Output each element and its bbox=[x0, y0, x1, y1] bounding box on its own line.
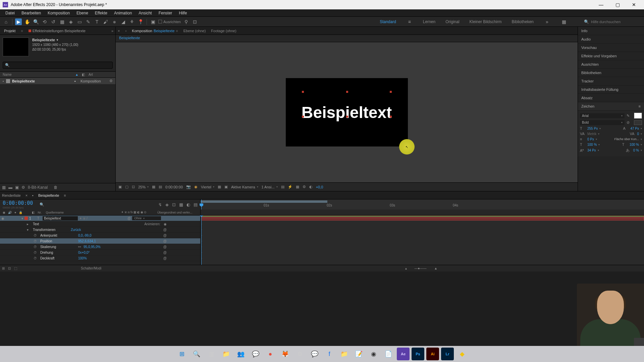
explorer-icon[interactable]: 📁 bbox=[220, 348, 232, 360]
views-dropdown[interactable]: 1 Ansi... bbox=[262, 185, 278, 189]
current-timecode[interactable]: 0:00:00:00 bbox=[3, 200, 33, 206]
prop-group-transform[interactable]: ▾ Transformieren Zurück @ bbox=[0, 227, 200, 233]
switches-modes-label[interactable]: Schalter/Modi bbox=[81, 266, 101, 270]
viewer-close-icon[interactable]: × bbox=[118, 29, 120, 33]
project-item[interactable]: ▪ Beispieltexte ▪ Komposition ⚙ bbox=[0, 78, 115, 84]
playhead[interactable] bbox=[201, 199, 202, 209]
toggle-inout-icon[interactable]: ⬚ bbox=[14, 266, 17, 270]
stroke-mode-dropdown[interactable]: Fläche über Kon... bbox=[614, 137, 642, 141]
camera-dropdown[interactable]: Aktive Kamera bbox=[231, 185, 258, 189]
viewer-timecode[interactable]: 0:00:00:00 bbox=[165, 185, 183, 189]
layer-name[interactable]: Beispieltext bbox=[43, 216, 78, 221]
solo-icon[interactable]: ● bbox=[14, 211, 16, 214]
zoom-dropdown[interactable]: 25% bbox=[138, 185, 149, 189]
col-type[interactable]: Art bbox=[86, 73, 113, 76]
comp-name-label[interactable]: Beispieltexte ▼ bbox=[32, 38, 78, 43]
facebook-icon[interactable]: f bbox=[323, 348, 336, 360]
prop-group-text[interactable]: ▸ Text Animieren:◉ bbox=[0, 221, 200, 227]
fill-color-swatch[interactable] bbox=[634, 113, 642, 119]
brush-tool[interactable]: 🖌 bbox=[102, 18, 109, 25]
minimize-button[interactable]: — bbox=[596, 2, 606, 7]
grid-icon[interactable]: ▦ bbox=[152, 185, 155, 189]
canvas[interactable]: Beispieltext bbox=[286, 78, 408, 146]
panel-absatz[interactable]: Absatz bbox=[578, 94, 644, 102]
panel-vorschau[interactable]: Vorschau bbox=[578, 44, 644, 52]
eyedropper-icon[interactable]: ✎ bbox=[627, 114, 632, 118]
resolution-dropdown[interactable]: Viertel bbox=[201, 185, 214, 189]
expression-icon[interactable]: @ bbox=[163, 251, 167, 254]
panel-menu-icon[interactable]: ≡ bbox=[639, 104, 641, 108]
3d-icon[interactable]: ▣ bbox=[224, 185, 228, 189]
leading-field[interactable]: 47 Px bbox=[630, 127, 642, 130]
whatsapp-icon[interactable]: 💬 bbox=[249, 348, 262, 360]
guides-icon[interactable]: ▤ bbox=[159, 185, 162, 189]
stopwatch-icon[interactable]: ⏱ bbox=[34, 245, 38, 249]
zoom-slider[interactable]: —●—— bbox=[415, 266, 427, 270]
roi-icon[interactable]: ⊡ bbox=[132, 185, 135, 189]
firefox-icon[interactable]: 🦊 bbox=[279, 348, 291, 360]
panel-ausrichten[interactable]: Ausrichten bbox=[578, 60, 644, 69]
task-view-icon[interactable]: ▥ bbox=[205, 348, 218, 360]
start-button[interactable]: ⊞ bbox=[175, 348, 188, 360]
lock-icon[interactable]: 🔒 bbox=[19, 211, 22, 214]
camera-tool[interactable]: ▦ bbox=[59, 18, 65, 25]
timeline-track-area[interactable] bbox=[201, 216, 644, 265]
pixel-aspect-icon[interactable]: ▤ bbox=[281, 185, 284, 189]
graph-editor-icon[interactable]: ▤ bbox=[194, 202, 198, 207]
kerning-field[interactable]: Metrik bbox=[587, 132, 599, 136]
menu-ansicht[interactable]: Ansicht bbox=[135, 10, 155, 16]
panel-effekte[interactable]: Effekte und Vorgaben bbox=[578, 52, 644, 60]
project-search[interactable]: 🔍 bbox=[3, 62, 113, 69]
panel-menu-icon[interactable]: ≡ bbox=[21, 29, 23, 33]
clone-tool[interactable]: ⎈ bbox=[111, 18, 118, 25]
tab-ebene[interactable]: Ebene (ohne) bbox=[183, 29, 206, 33]
expression-icon[interactable]: @ bbox=[163, 228, 167, 232]
workspace-original[interactable]: Original bbox=[445, 19, 459, 24]
transparency-icon[interactable]: ▦ bbox=[218, 185, 221, 189]
workspace-overflow-icon[interactable]: » bbox=[544, 18, 550, 25]
pickwhip-icon[interactable]: @ bbox=[127, 217, 131, 220]
panel-tracker[interactable]: Tracker bbox=[578, 77, 644, 85]
windows-taskbar[interactable]: ⊞ 🔍 ▥ 📁 👥 💬 ● 🦊 ⚙ 💬 f 📁 📝 ◉ 📄 Ae Ps Ai L… bbox=[0, 346, 644, 362]
twirl-icon[interactable]: ▾ bbox=[21, 217, 23, 220]
tab-footage[interactable]: Footage (ohne) bbox=[211, 29, 236, 33]
new-comp-icon[interactable]: ▣ bbox=[15, 185, 19, 190]
timeline-search-icon[interactable]: 🔍 bbox=[40, 202, 44, 207]
stroke-color-swatch[interactable] bbox=[634, 120, 642, 125]
workspace-lernen[interactable]: Lernen bbox=[423, 19, 435, 24]
twirl-icon[interactable]: ▪ bbox=[3, 79, 4, 83]
expression-icon[interactable]: @ bbox=[163, 234, 167, 237]
snap-options-icon[interactable]: ⚲ bbox=[183, 18, 190, 25]
prop-value[interactable]: 100% bbox=[78, 256, 87, 260]
fast-preview-icon[interactable]: ⚡ bbox=[288, 185, 292, 189]
menu-fenster[interactable]: Fenster bbox=[155, 10, 176, 16]
prop-value[interactable]: 95,0,95,0% bbox=[84, 245, 101, 249]
orbit-tool[interactable]: ⟲ bbox=[41, 18, 48, 25]
time-ruler[interactable]: 01s 02s 03s 04s bbox=[201, 199, 644, 209]
prop-position[interactable]: ⏱ Position 952,6,634,1 @ bbox=[0, 238, 200, 244]
zoom-in-icon[interactable]: ▲ bbox=[434, 266, 437, 270]
app-icon-yellow[interactable]: ◆ bbox=[456, 348, 469, 360]
selection-handle[interactable] bbox=[390, 91, 392, 93]
comp-mini-flowchart-icon[interactable]: ↯ bbox=[158, 202, 162, 207]
menu-ebene[interactable]: Ebene bbox=[73, 10, 92, 16]
roto-tool[interactable]: ⚘ bbox=[128, 18, 135, 25]
shy-icon[interactable]: ⊡ bbox=[172, 202, 176, 207]
stopwatch-icon[interactable]: ⏱ bbox=[34, 239, 38, 243]
teams-icon[interactable]: 👥 bbox=[234, 348, 247, 360]
flowchart-icon[interactable]: ⚙ bbox=[109, 79, 113, 83]
av-toggle-icon[interactable]: ◉ bbox=[3, 211, 5, 214]
bit-depth-label[interactable]: 8-Bit-Kanal bbox=[28, 185, 48, 190]
toggle-switches-icon[interactable]: ⊞ bbox=[2, 266, 5, 270]
tab-comp-icon[interactable]: ▪ bbox=[32, 193, 34, 197]
prop-drehung[interactable]: ⏱ Drehung 0x+0,0° @ bbox=[0, 250, 200, 255]
shape-tool[interactable]: ▭ bbox=[76, 18, 83, 25]
selection-handle[interactable] bbox=[390, 116, 392, 118]
visibility-toggle[interactable]: ◉ bbox=[1, 217, 5, 220]
selection-handle[interactable] bbox=[346, 116, 348, 118]
timeline-icon[interactable]: ▦ bbox=[296, 185, 299, 189]
workspace-kleiner[interactable]: Kleiner Bildschirm bbox=[470, 19, 502, 24]
help-search-input[interactable] bbox=[591, 20, 638, 24]
tracking-field[interactable]: 0 bbox=[637, 132, 642, 136]
tab-menu-icon[interactable]: ≡ bbox=[64, 193, 66, 197]
